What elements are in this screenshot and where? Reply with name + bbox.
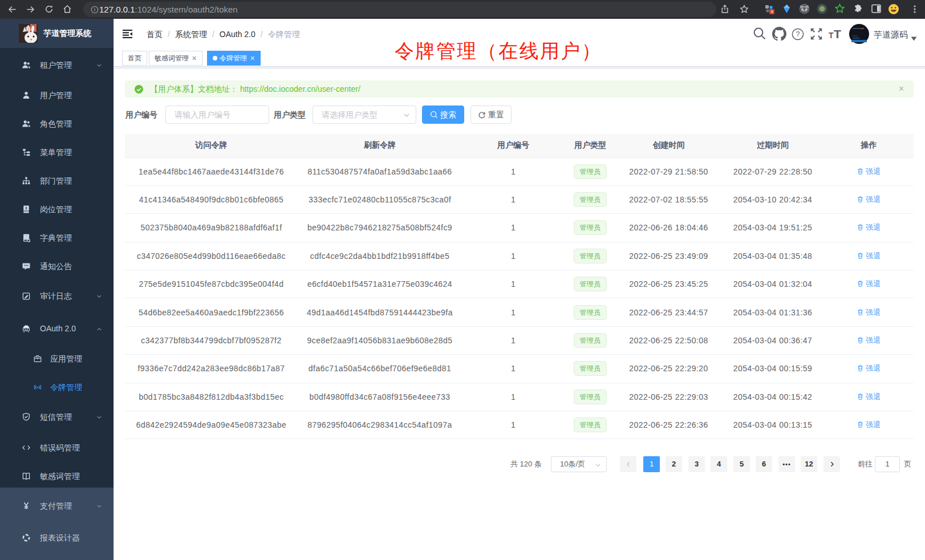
svg-text:9: 9 <box>770 9 773 14</box>
svg-text:T: T <box>829 31 834 40</box>
svg-text:?: ? <box>796 30 800 38</box>
svg-text:T: T <box>834 28 841 40</box>
